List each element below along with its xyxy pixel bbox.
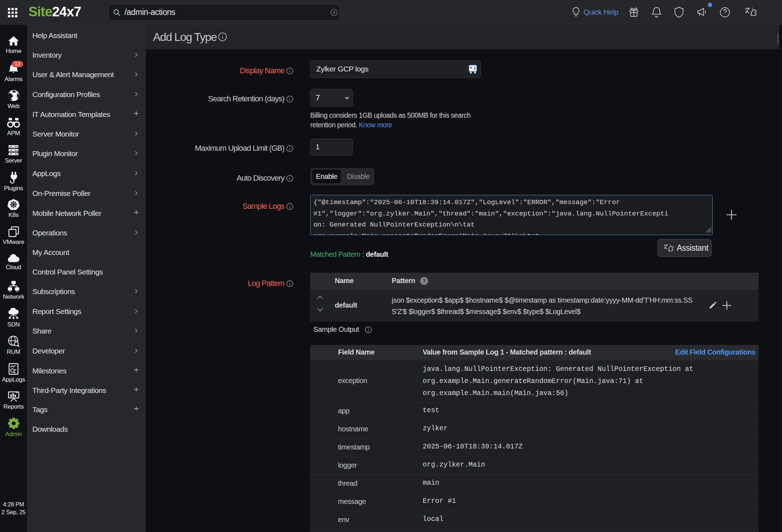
svg-text:*: * <box>470 65 472 72</box>
